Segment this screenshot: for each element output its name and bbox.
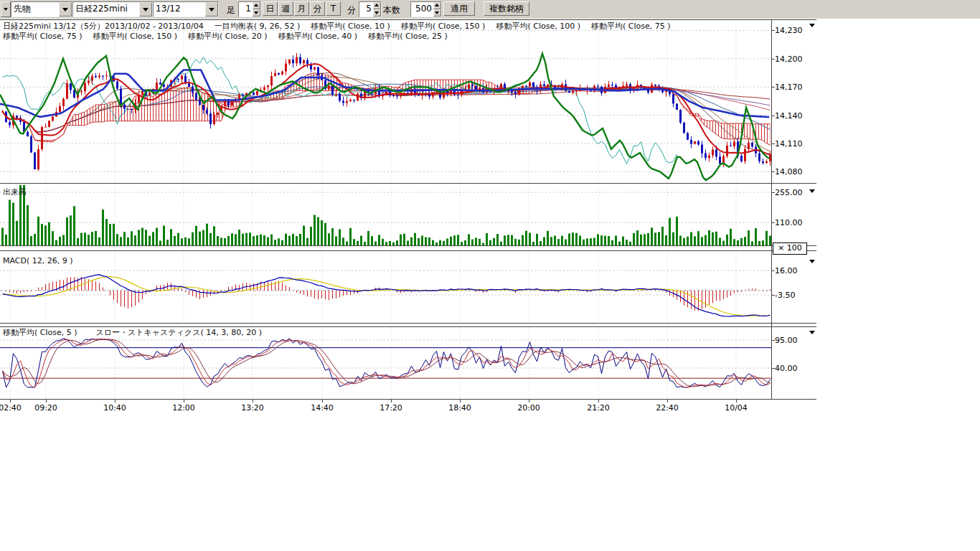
time-axis-label: 14:40 <box>311 403 334 413</box>
indicator-label: 移動平均( Close, 75 ) <box>591 22 671 31</box>
bars-count-spinner[interactable]: 500 <box>410 1 442 17</box>
indicator-label: 移動平均( Close, 100 ) <box>496 22 580 31</box>
spin-down-icon <box>433 9 441 17</box>
price-axis-label: 110.00 <box>775 218 803 227</box>
price-axis-label: 40.00 <box>775 364 798 373</box>
period-button-tick[interactable]: T <box>326 1 341 16</box>
time-axis-label: 13:20 <box>241 403 264 413</box>
axis-tick <box>529 400 529 402</box>
axis-tick <box>460 400 461 402</box>
stoch-pane-menu-button[interactable] <box>806 329 818 336</box>
chevron-down-icon <box>59 2 72 17</box>
price-axis-label: 14,110 <box>775 139 803 149</box>
chevron-down-icon <box>139 2 152 17</box>
indicator-label: 移動平均( Close, 40 ) <box>278 32 358 41</box>
volume-pane-menu-button[interactable] <box>806 187 818 195</box>
time-axis-label: 02:40 <box>0 403 22 413</box>
bars-count-label: 本数 <box>383 4 400 17</box>
instrument-select[interactable]: 日経225mini <box>72 1 153 17</box>
axis-tick <box>667 400 668 402</box>
price-axis-line <box>771 19 772 399</box>
bar-type-label: 足 <box>227 4 235 17</box>
time-axis-label: 09:20 <box>34 403 57 413</box>
axis-tick <box>771 340 775 341</box>
time-axis-label: 21:20 <box>587 403 610 413</box>
bars-count-value: 500 <box>411 2 433 17</box>
axis-tick <box>771 222 775 223</box>
macd-pane-menu-button[interactable] <box>806 258 818 265</box>
axis-tick <box>10 400 11 402</box>
chevron-down-icon <box>4 8 8 11</box>
time-axis-label: 18:40 <box>448 403 471 413</box>
axis-tick <box>771 171 775 172</box>
macd-pane[interactable] <box>0 251 771 323</box>
pane-separator-line <box>0 245 816 246</box>
price-axis-label: 95.00 <box>775 336 798 345</box>
pane-separator-line <box>0 323 816 324</box>
volume-multiplier-badge: × 100 <box>773 242 807 255</box>
period-button-minute[interactable]: 分 <box>310 1 325 16</box>
axis-tick <box>184 400 184 402</box>
axis-tick <box>771 368 775 369</box>
axis-tick <box>115 400 116 402</box>
axis-tick <box>771 143 775 144</box>
panel-collapse-button[interactable] <box>1 1 11 17</box>
pane-separator-line <box>0 399 816 400</box>
spinner-arrows[interactable] <box>373 2 381 17</box>
chevron-down-icon <box>809 24 815 27</box>
price-axis-label: 14,080 <box>775 167 803 176</box>
instrument-type-select[interactable]: 先物 <box>11 1 72 17</box>
spinner-arrows[interactable] <box>433 2 441 17</box>
time-axis-label: 12:00 <box>172 403 195 413</box>
instrument-value: 日経225mini <box>73 2 139 17</box>
time-axis-label: 10:40 <box>103 403 126 413</box>
period-button-day[interactable]: 日 <box>263 1 278 16</box>
volume-pane-label: 出来高 <box>3 187 45 197</box>
price-axis-label: 14,230 <box>775 26 803 35</box>
price-axis-label: 14,170 <box>775 83 803 92</box>
axis-tick <box>598 400 599 402</box>
toolbar: 先物 日経225mini 13/12 足 1 日週月分T 分 5 本数 500 … <box>0 0 980 19</box>
price-axis-label: 16.00 <box>775 266 798 276</box>
time-axis-label: 10/04 <box>725 403 748 413</box>
pane-separator-line <box>0 19 816 20</box>
chart-header-line1: 日経225mini 13/12（5分）2013/10/02 - 2013/10/… <box>3 21 681 32</box>
apply-button[interactable]: 適用 <box>443 1 475 16</box>
pane-separator-line <box>0 250 816 251</box>
time-axis-label: 17:20 <box>380 403 402 413</box>
axis-tick <box>771 116 775 116</box>
axis-tick <box>46 400 47 402</box>
main-pane-menu-button[interactable] <box>806 22 818 29</box>
spinner-arrows[interactable] <box>253 2 260 17</box>
price-axis-label: -3.50 <box>775 291 795 300</box>
chevron-down-icon <box>809 189 815 193</box>
spin-down-icon <box>253 9 260 17</box>
spin-up-icon <box>373 2 381 9</box>
time-axis-label: 20:00 <box>517 403 540 413</box>
stoch-pane[interactable] <box>0 327 771 399</box>
chevron-down-icon <box>809 260 815 263</box>
volume-pane[interactable] <box>0 184 771 245</box>
axis-tick <box>736 400 737 402</box>
multi-symbol-button[interactable]: 複数銘柄 <box>484 1 529 16</box>
macd-pane-label: MACD( 12, 26, 9 ) <box>3 256 92 265</box>
indicator-label: 移動平均( Close, 150 ) <box>93 32 178 41</box>
axis-tick <box>771 192 775 193</box>
axis-tick <box>253 400 253 402</box>
period-button-week[interactable]: 週 <box>278 1 293 16</box>
price-axis-label: 14,200 <box>775 55 803 64</box>
indicator-label: 移動平均( Close, 150 ) <box>401 22 486 31</box>
indicator-label: 移動平均( Close, 20 ) <box>188 32 268 41</box>
indicator-label: 一目均衡表( 9, 26, 52 ) <box>215 22 301 31</box>
axis-tick <box>322 400 323 402</box>
chart-title: 日経225mini 13/12（5分）2013/10/02 - 2013/10/… <box>3 22 204 31</box>
period-button-month[interactable]: 月 <box>294 1 309 16</box>
chart-header-line2: 移動平均( Close, 75 )移動平均( Close, 150 )移動平均(… <box>3 31 458 42</box>
chevron-down-icon <box>205 2 218 17</box>
main-chart-pane[interactable] <box>0 20 771 183</box>
bar-interval-spinner[interactable]: 1 <box>238 1 261 17</box>
minute-spinner[interactable]: 5 <box>359 1 382 17</box>
contract-month-select[interactable]: 13/12 <box>153 1 219 17</box>
spin-down-icon <box>373 9 381 17</box>
instrument-type-value: 先物 <box>11 2 59 17</box>
